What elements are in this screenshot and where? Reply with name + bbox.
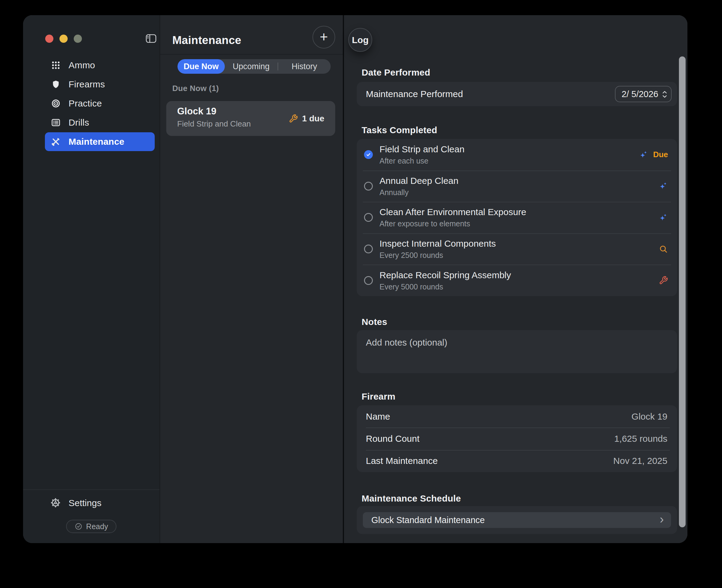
task-row-annual-deep-clean[interactable]: Annual Deep Clean Annually xyxy=(357,170,677,202)
row-value: Nov 21, 2025 xyxy=(613,456,667,466)
schedule-button-label: Glock Standard Maintenance xyxy=(371,515,660,525)
row-label: Round Count xyxy=(366,434,614,444)
row-label: Last Maintenance xyxy=(366,456,613,466)
list-icon xyxy=(50,117,61,128)
magnifier-icon xyxy=(659,245,668,254)
window-controls xyxy=(45,35,82,43)
task-checkbox-unchecked[interactable] xyxy=(364,213,373,222)
page-title: Maintenance xyxy=(172,34,241,47)
sidebar-item-practice[interactable]: Practice xyxy=(45,94,155,113)
task-text: Replace Recoil Spring Assembly Every 500… xyxy=(380,270,659,291)
tools-icon xyxy=(50,136,61,147)
date-input[interactable]: 2/ 5/2026 xyxy=(615,86,672,102)
task-title: Inspect Internal Components xyxy=(380,238,659,249)
target-icon xyxy=(50,98,61,109)
sidebar-item-label: Drills xyxy=(68,118,89,128)
sidebar-item-firearms[interactable]: Firearms xyxy=(45,75,155,94)
table-row: Name Glock 19 xyxy=(357,405,677,427)
filter-segmented-control: Due Now Upcoming History xyxy=(177,59,331,74)
header-divider xyxy=(160,54,343,55)
sidebar-item-ammo[interactable]: Ammo xyxy=(45,56,155,75)
task-subtitle: Every 2500 rounds xyxy=(380,251,659,260)
sidebar-item-label: Ammo xyxy=(68,60,95,70)
task-trailing xyxy=(658,213,668,223)
list-item-subtitle: Field Strip and Clean xyxy=(177,119,251,129)
table-row: Round Count 1,625 rounds xyxy=(357,427,677,450)
sparkles-icon xyxy=(658,213,668,223)
task-subtitle: After each use xyxy=(380,156,639,165)
sidebar-item-settings[interactable]: Settings xyxy=(50,497,101,509)
task-title: Clean After Environmental Exposure xyxy=(380,207,658,217)
due-badge: Due xyxy=(653,150,668,159)
tab-upcoming[interactable]: Upcoming xyxy=(225,59,278,74)
task-title: Replace Recoil Spring Assembly xyxy=(380,270,659,281)
task-subtitle: After exposure to elements xyxy=(380,219,658,228)
task-text: Field Strip and Clean After each use xyxy=(380,144,639,165)
list-item-title: Glock 19 xyxy=(177,106,216,117)
task-text: Inspect Internal Components Every 2500 r… xyxy=(380,238,659,260)
task-trailing: Due xyxy=(639,150,668,160)
list-item-glock-19[interactable]: Glock 19 Field Strip and Clean 1 due xyxy=(166,101,335,136)
check-circle-icon xyxy=(75,523,83,530)
task-checkbox-unchecked[interactable] xyxy=(364,276,373,285)
sidebar-item-maintenance[interactable]: Maintenance xyxy=(45,132,155,151)
section-header-tasks: Tasks Completed xyxy=(362,125,437,135)
log-button[interactable]: Log xyxy=(348,28,372,52)
close-button[interactable] xyxy=(45,35,54,43)
wrench-icon xyxy=(289,114,298,123)
row-label: Name xyxy=(366,412,632,422)
task-row-inspect-internal[interactable]: Inspect Internal Components Every 2500 r… xyxy=(357,233,677,265)
date-value[interactable]: 2/ 5/2026 xyxy=(621,89,658,99)
scrollbar-thumb[interactable] xyxy=(679,57,686,527)
row-value: Glock 19 xyxy=(632,412,667,422)
gear-icon xyxy=(50,497,62,509)
detail-panel: Log Date Performed Maintenance Performed… xyxy=(344,15,687,543)
task-row-recoil-spring[interactable]: Replace Recoil Spring Assembly Every 500… xyxy=(357,265,677,296)
task-checkbox-unchecked[interactable] xyxy=(364,182,373,191)
sidebar-item-label: Maintenance xyxy=(68,136,124,147)
sidebar-item-drills[interactable]: Drills xyxy=(45,113,155,132)
section-header-schedule: Maintenance Schedule xyxy=(362,493,461,504)
sidebar-nav: Ammo Firearms Practice xyxy=(45,56,155,151)
task-row-field-strip[interactable]: Field Strip and Clean After each use Due xyxy=(357,139,677,170)
task-checkbox-checked[interactable] xyxy=(364,150,373,159)
notes-placeholder: Add notes (optional) xyxy=(366,337,447,348)
sidebar: Ammo Firearms Practice xyxy=(23,15,160,543)
app-window: Ammo Firearms Practice xyxy=(23,15,687,543)
task-title: Annual Deep Clean xyxy=(380,175,658,186)
schedule-button[interactable]: Glock Standard Maintenance › xyxy=(363,512,671,528)
minimize-button[interactable] xyxy=(60,35,68,43)
status-label: Ready xyxy=(86,522,108,531)
task-text: Annual Deep Clean Annually xyxy=(380,175,658,197)
section-header-due-now: Due Now (1) xyxy=(172,84,219,93)
firearm-info-table: Name Glock 19 Round Count 1,625 rounds L… xyxy=(357,405,677,472)
section-header-notes: Notes xyxy=(362,317,387,327)
add-button[interactable]: + xyxy=(313,26,335,48)
sidebar-toggle-icon[interactable] xyxy=(145,34,157,44)
task-trailing xyxy=(659,276,668,285)
task-trailing xyxy=(659,245,668,254)
tasks-list: Field Strip and Clean After each use Due xyxy=(357,139,677,296)
status-badge: Ready xyxy=(66,520,116,533)
date-performed-row: Maintenance Performed 2/ 5/2026 xyxy=(357,82,677,106)
row-value: 1,625 rounds xyxy=(614,434,667,444)
sidebar-item-label: Practice xyxy=(68,98,102,109)
chevron-right-icon: › xyxy=(660,519,664,521)
task-title: Field Strip and Clean xyxy=(380,144,639,155)
date-performed-label: Maintenance Performed xyxy=(366,89,615,99)
tab-due-now[interactable]: Due Now xyxy=(177,59,225,74)
list-column: Maintenance + Due Now Upcoming History D… xyxy=(160,15,343,543)
schedule-card: Glock Standard Maintenance › xyxy=(357,506,677,534)
sidebar-divider xyxy=(23,489,160,490)
fullscreen-button[interactable] xyxy=(74,35,82,43)
task-text: Clean After Environmental Exposure After… xyxy=(380,207,658,228)
stepper-icon[interactable] xyxy=(662,90,667,98)
sparkles-icon xyxy=(639,150,648,160)
wrench-icon xyxy=(659,276,668,285)
task-row-environmental-exposure[interactable]: Clean After Environmental Exposure After… xyxy=(357,202,677,233)
shield-icon xyxy=(50,79,61,90)
tab-history[interactable]: History xyxy=(278,59,331,74)
notes-textarea[interactable]: Add notes (optional) xyxy=(357,330,677,373)
task-subtitle: Every 5000 rounds xyxy=(380,282,659,291)
task-checkbox-unchecked[interactable] xyxy=(364,245,373,253)
